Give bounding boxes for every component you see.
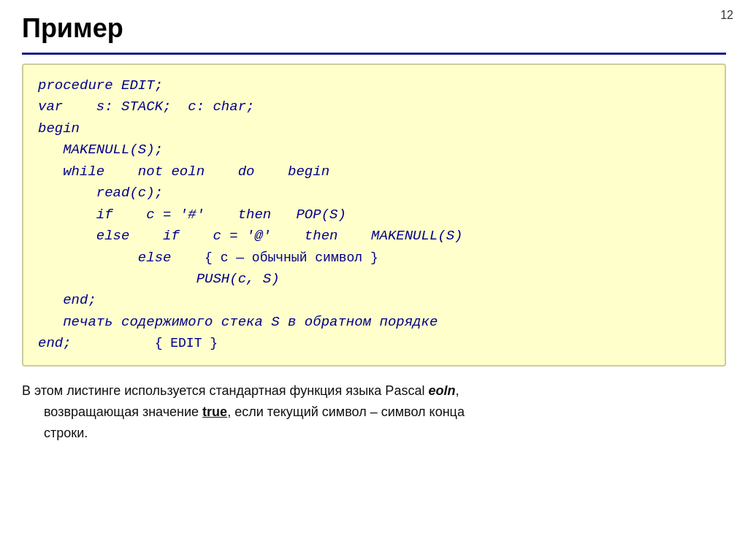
true-keyword: true bbox=[202, 404, 227, 419]
description-line-2: возвращающая значение true, если текущий… bbox=[22, 402, 726, 422]
eoln-keyword: eoln bbox=[428, 383, 455, 398]
page-title: Пример bbox=[22, 13, 726, 44]
description-line2-suffix: , если текущий символ – символ конца bbox=[227, 404, 465, 419]
code-line-12: печать содержимого стека S в обратном по… bbox=[38, 314, 438, 330]
description-line3-text: строки. bbox=[44, 426, 88, 440]
title-underline bbox=[22, 53, 726, 55]
description-line-1: В этом листинге используется стандартная… bbox=[22, 381, 726, 401]
code-line-7: if c = '#' then POP(S) bbox=[38, 207, 346, 223]
description-line1-suffix: , bbox=[455, 383, 459, 398]
code-line-1: procedure EDIT; bbox=[38, 77, 163, 93]
page-number: 12 bbox=[720, 9, 733, 22]
title-section: Пример bbox=[0, 0, 748, 50]
description-line2-prefix: возвращающая значение bbox=[44, 404, 202, 419]
code-line-8: else if c = '@' then MAKENULL(S) bbox=[38, 228, 463, 244]
code-box: procedure EDIT; var s: STACK; c: char; b… bbox=[22, 64, 726, 367]
code-line-3: begin bbox=[38, 120, 80, 137]
code-line-5: while not eoln do begin bbox=[38, 164, 329, 180]
code-line-4: MAKENULL(S); bbox=[38, 142, 163, 158]
code-content: procedure EDIT; var s: STACK; c: char; b… bbox=[38, 75, 710, 355]
description-section: В этом листинге используется стандартная… bbox=[0, 367, 748, 452]
code-line-6: read(c); bbox=[38, 185, 163, 201]
code-line-13: end; { EDIT } bbox=[38, 335, 218, 351]
description-line1-prefix: В этом листинге используется стандартная… bbox=[22, 383, 428, 398]
description-line-3: строки. bbox=[22, 423, 726, 443]
code-line-10: PUSH(c, S) bbox=[38, 271, 280, 287]
code-line-9: else { с — обычный символ } bbox=[38, 250, 378, 266]
code-line-11: end; bbox=[38, 292, 96, 308]
code-line-2: var s: STACK; c: char; bbox=[38, 99, 254, 115]
